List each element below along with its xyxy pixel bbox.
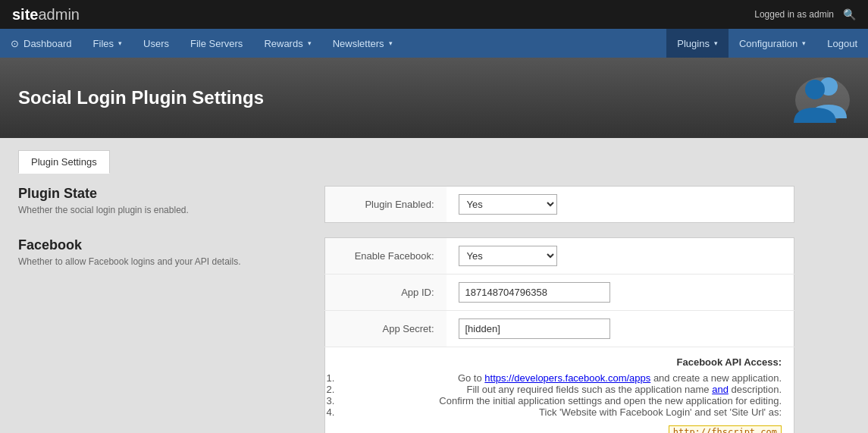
section-right-plugin-state: Plugin Enabled: Yes No [324,186,850,223]
dashboard-icon: ⊙ [11,38,19,49]
svg-point-2 [805,80,825,99]
nav-label-files: Files [93,38,114,49]
nav-item-rewards[interactable]: Rewards ▾ [253,29,321,58]
field-label-enable-facebook: Enable Facebook: [325,238,447,275]
list-item: Go to https://developers.facebook.com/ap… [337,372,782,384]
list-item: Confirm the initial application settings… [337,395,782,406]
field-label-app-secret: App Secret: [325,311,447,347]
nav-item-dashboard[interactable]: ⊙ Dashboard [0,29,83,58]
logged-in-text: Logged in as admin [754,9,834,20]
nav-item-plugins[interactable]: Plugins ▾ [666,29,729,58]
page-header: Social Login Plugin Settings [0,58,868,138]
chevron-down-icon-newsletters: ▾ [389,39,393,47]
field-cell-enable-facebook: Yes No [447,238,794,275]
list-item: Fill out any required fields such as the… [337,384,782,395]
nav-label-dashboard: Dashboard [24,38,72,49]
nav-label-configuration: Configuration [739,38,797,49]
table-row: App ID: [325,275,794,311]
top-bar-right: Logged in as admin 🔍 [754,8,856,20]
enable-facebook-select[interactable]: Yes No [459,246,557,266]
nav-item-configuration[interactable]: Configuration ▾ [729,29,816,58]
facebook-api-info-cell: Facebook API Access: Go to https://devel… [325,347,794,434]
section-title-plugin-state: Plugin State [18,186,306,202]
tab-bar: Plugin Settings [18,150,850,174]
field-cell-app-secret [447,311,794,347]
plugin-state-table: Plugin Enabled: Yes No [324,186,794,223]
nav-item-files[interactable]: Files ▾ [83,29,133,58]
nav-label-file-servers: File Servers [190,38,243,49]
and-link[interactable]: and [712,384,729,395]
chevron-down-icon: ▾ [118,39,122,47]
page-title: Social Login Plugin Settings [18,87,264,108]
facebook-developers-link[interactable]: https://developers.facebook.com/apps [484,372,650,384]
nav-label-users: Users [143,38,169,49]
logo-admin: admin [38,6,79,23]
chevron-down-icon-rewards: ▾ [308,39,312,47]
section-plugin-state: Plugin State Whether the social login pl… [18,186,850,223]
list-item: Tick 'Website with Facebook Login' and s… [337,406,782,418]
section-right-facebook: Enable Facebook: Yes No App ID: [324,237,850,433]
section-facebook: Facebook Whether to allow Facebook login… [18,237,850,433]
table-row: Enable Facebook: Yes No [325,238,794,275]
nav-item-newsletters[interactable]: Newsletters ▾ [322,29,403,58]
nav-item-file-servers[interactable]: File Servers [180,29,253,58]
facebook-table: Enable Facebook: Yes No App ID: [324,237,794,433]
search-icon[interactable]: 🔍 [843,8,856,20]
field-cell-plugin-enabled: Yes No [447,187,794,223]
table-row: Plugin Enabled: Yes No [325,187,794,223]
section-desc-plugin-state: Whether the social login plugin is enabl… [18,205,306,215]
field-label-plugin-enabled: Plugin Enabled: [325,187,447,223]
chevron-down-icon-plugins: ▾ [714,39,718,47]
section-title-facebook: Facebook [18,237,306,253]
facebook-api-title: Facebook API Access: [337,356,782,368]
social-users-icon [789,71,850,124]
tab-plugin-settings[interactable]: Plugin Settings [18,150,110,174]
section-desc-facebook: Whether to allow Facebook logins and you… [18,256,306,267]
logo-site: site [12,6,38,23]
field-label-app-id: App ID: [325,275,447,311]
brand-logo: siteadmin [12,6,80,24]
table-row: App Secret: [325,311,794,347]
nav-label-plugins: Plugins [677,38,710,49]
field-cell-app-id [447,275,794,311]
nav-right: Plugins ▾ Configuration ▾ Logout [666,29,868,58]
nav-item-users[interactable]: Users [133,29,180,58]
plugin-enabled-select[interactable]: Yes No [459,194,557,215]
app-id-input[interactable] [459,282,610,303]
section-left-plugin-state: Plugin State Whether the social login pl… [18,186,306,223]
chevron-down-icon-config: ▾ [802,39,806,47]
table-row-info: Facebook API Access: Go to https://devel… [325,347,794,434]
top-bar: siteadmin Logged in as admin 🔍 [0,0,868,29]
app-secret-input[interactable] [459,318,610,339]
section-left-facebook: Facebook Whether to allow Facebook login… [18,237,306,433]
nav-label-rewards: Rewards [264,38,302,49]
content-area: Plugin Settings Plugin State Whether the… [0,138,868,433]
nav-label-newsletters: Newsletters [333,38,384,49]
nav-bar: ⊙ Dashboard Files ▾ Users File Servers R… [0,29,868,58]
nav-label-logout: Logout [827,38,857,49]
site-url-code: http://fhscript.com [669,425,782,433]
nav-item-logout[interactable]: Logout [816,29,868,58]
facebook-api-steps: Go to https://developers.facebook.com/ap… [337,372,782,418]
